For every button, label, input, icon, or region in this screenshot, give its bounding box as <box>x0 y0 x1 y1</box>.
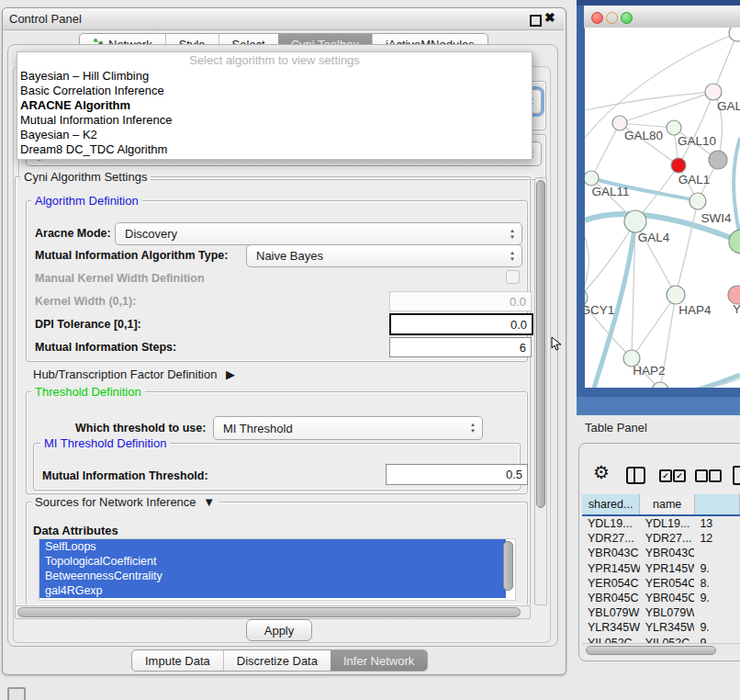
network-node-label: Y <box>733 302 740 316</box>
sources-group-title[interactable]: Sources for Network Inference ▼ <box>31 496 219 508</box>
control-panel-title: Control Panel <box>9 12 82 26</box>
table-cell: 9. <box>694 621 740 634</box>
network-node-label: GAL10 <box>678 134 716 148</box>
table-row[interactable]: YPR145WYPR145W9. <box>582 561 740 576</box>
hub-definition-expander[interactable]: Hub/Transcription Factor Definition ▶ <box>33 367 235 381</box>
mi-threshold-group-title: MI Threshold Definition <box>40 437 170 449</box>
network-node-gal7[interactable] <box>705 84 722 100</box>
minimized-panel-icon[interactable] <box>7 687 26 700</box>
table-column-header[interactable] <box>695 494 740 514</box>
data-attributes-list[interactable]: SelfLoopsTopologicalCoefficientBetweenne… <box>39 538 516 601</box>
checked-checkbox-icon[interactable]: ✓ <box>673 469 686 482</box>
gear-icon[interactable]: ⚙ <box>593 463 610 481</box>
table-body: YDL19...YDL19...13YDR27...YDR27...12YBR0… <box>582 516 740 650</box>
expand-right-icon: ▶ <box>226 367 235 381</box>
collapse-down-icon: ▼ <box>203 495 215 509</box>
split-columns-icon[interactable] <box>626 467 645 484</box>
apply-button[interactable]: Apply <box>246 619 312 641</box>
dropdown-item[interactable]: Bayesian – Hill Climbing <box>17 69 532 84</box>
settings-vertical-scrollbar[interactable] <box>534 177 547 605</box>
table-cell: YBL079W <box>582 606 640 619</box>
network-node-gal1[interactable] <box>671 158 686 173</box>
manual-kernel-label: Manual Kernel Width Definition <box>35 272 205 285</box>
dropdown-item[interactable]: Dream8 DC_TDC Algorithm <box>17 142 532 157</box>
attribute-list-item[interactable]: TopologicalCoefficient <box>39 554 506 569</box>
control-panel-titlebar[interactable] <box>3 8 564 30</box>
file-icon[interactable] <box>733 466 740 485</box>
attribute-list-item[interactable]: BetweennessCentrality <box>39 569 506 583</box>
dropdown-item[interactable]: Bayesian – K2 <box>17 128 532 142</box>
network-node-label: GAL80 <box>624 129 663 142</box>
manual-kernel-checkbox[interactable] <box>506 270 520 284</box>
settings-vertical-scrollbar-thumb[interactable] <box>536 180 545 508</box>
network-node-gal4[interactable] <box>624 210 646 232</box>
kernel-width-field[interactable]: 0.0 <box>389 291 532 311</box>
table-row[interactable]: YDR27...YDR27...12 <box>582 531 740 546</box>
unchecked-checkbox-icon[interactable] <box>695 469 708 482</box>
table-column-header[interactable]: name <box>640 494 695 514</box>
table-cell: YER054C <box>582 577 640 590</box>
table-horizontal-scrollbar-thumb[interactable] <box>586 646 716 655</box>
restore-window-icon[interactable] <box>530 15 542 27</box>
table-cell: YPR145W <box>582 562 640 575</box>
network-node-gal10[interactable] <box>667 120 681 135</box>
network-node-label: GAL4 <box>638 231 670 244</box>
settings-horizontal-scrollbar[interactable] <box>15 605 531 619</box>
dropdown-item[interactable]: Mutual Information Inference <box>17 113 532 128</box>
dpi-tolerance-label: DPI Tolerance [0,1]: <box>35 318 141 331</box>
mi-steps-field[interactable]: 6 <box>389 337 532 357</box>
table-cell: YBL079W <box>640 606 695 619</box>
dropdown-item[interactable]: ARACNE Algorithm <box>17 98 532 113</box>
tab-label: Infer Network <box>343 654 414 668</box>
network-node-label: GAL1 <box>678 173 711 186</box>
dropdown-item[interactable]: Basic Correlation Inference <box>17 84 532 98</box>
table-cell: YBR045C <box>582 592 640 604</box>
table-cell: YDL19... <box>582 517 640 530</box>
unchecked-checkbox-icon[interactable] <box>709 469 722 482</box>
subtab-impute-data[interactable]: Impute Data <box>132 650 223 671</box>
algorithm-dropdown-popup: Select algorithm to view settings Bayesi… <box>17 51 533 160</box>
network-node-hap4[interactable] <box>667 286 685 304</box>
attributes-list-scrollbar-thumb[interactable] <box>503 541 513 591</box>
mi-type-label: Mutual Information Algorithm Type: <box>35 249 228 262</box>
table-cell: YBR045C <box>640 592 695 604</box>
table-row[interactable]: YBL079WYBL079W <box>582 605 740 620</box>
close-window-icon[interactable]: ✖ <box>544 10 555 25</box>
mouse-cursor-icon <box>551 336 562 351</box>
network-node-label: GAL11 <box>591 185 629 198</box>
subtab-infer-network[interactable]: Infer Network <box>331 650 427 671</box>
table-row[interactable]: YBR045CYBR045C9. <box>582 591 740 605</box>
table-row[interactable]: YLR345WYLR345W9. <box>582 620 740 635</box>
mi-type-value: Naive Bayes <box>247 249 503 263</box>
threshold-definition-title: Threshold Definition <box>31 386 145 398</box>
table-panel-title: Table Panel <box>585 421 647 435</box>
settings-horizontal-scrollbar-thumb[interactable] <box>17 607 521 617</box>
table-cell: YBR043C <box>640 547 695 559</box>
attribute-list-item[interactable]: SelfLoops <box>39 539 506 554</box>
checked-checkbox-icon[interactable]: ✓ <box>659 469 672 482</box>
aracne-mode-combobox[interactable]: Discovery ▲▼ <box>115 222 522 245</box>
table-row[interactable]: YDL19...YDL19...13 <box>582 516 740 531</box>
table-column-header[interactable]: shared... <box>582 494 640 514</box>
network-node[interactable] <box>652 382 668 397</box>
attribute-list-item[interactable]: gal4RGexp <box>39 583 506 598</box>
network-node-gal11[interactable] <box>584 171 599 186</box>
network-canvas[interactable]: GAL7GAL80GAL10GAL1GAL11SWI4GAL4GCY1HAP4Y… <box>577 0 740 397</box>
mi-type-combobox[interactable]: Naive Bayes ▲▼ <box>246 244 522 267</box>
network-node[interactable] <box>729 25 740 41</box>
mi-threshold-field[interactable]: 0.5 <box>386 464 528 485</box>
table-cell: YDR27... <box>582 532 640 545</box>
table-row[interactable]: YBR043CYBR043C <box>582 546 740 560</box>
which-threshold-combobox[interactable]: MI Threshold ▲▼ <box>213 416 483 440</box>
table-horizontal-scrollbar[interactable] <box>582 643 740 655</box>
dpi-tolerance-field[interactable]: 0.0 <box>389 313 533 335</box>
table-cell: 9. <box>694 562 740 575</box>
algorithm-dropdown-prompt: Select algorithm to view settings <box>17 52 532 69</box>
node-table[interactable]: shared...name YDL19...YDL19...13YDR27...… <box>582 494 740 654</box>
table-cell: YBR043C <box>582 547 640 559</box>
subtab-discretize-data[interactable]: Discretize Data <box>223 650 331 671</box>
table-row[interactable]: YER054CYER054C8. <box>582 576 740 591</box>
network-node-swi4[interactable] <box>690 193 706 209</box>
algorithm-definition-title: Algorithm Definition <box>31 195 142 207</box>
network-node[interactable] <box>709 151 727 169</box>
